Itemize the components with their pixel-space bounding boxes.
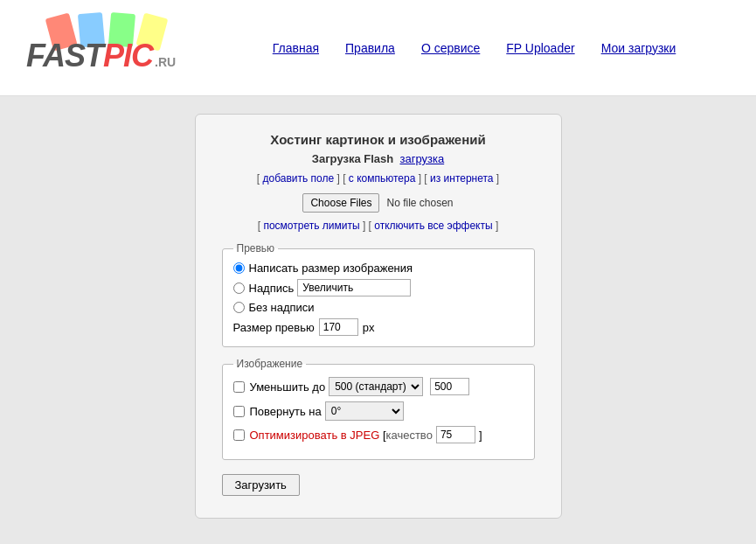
panel-title: Хостинг картинок и изображений [222,132,535,147]
resize-select[interactable]: 500 (стандарт) 800 1024 1280 2000 Оригин… [329,377,423,396]
logo-ru: .RU [155,55,176,69]
add-field-link[interactable]: добавить поле [262,172,334,185]
resize-input[interactable] [430,378,469,395]
from-computer-link[interactable]: с компьютера [349,172,416,185]
rotate-label: Повернуть на [250,405,322,418]
resize-label: Уменьшить до [250,380,326,394]
radio-row-1: Написать размер изображения [233,262,524,275]
file-chooser-row: Choose Files No file chosen [222,193,535,213]
preview-section: Превью Написать размер изображения Надпи… [222,242,535,347]
size-unit: px [363,321,375,334]
main-content: Хостинг картинок и изображений Загрузка … [0,96,756,536]
size-row: Размер превью px [233,318,524,336]
resize-row: Уменьшить до 500 (стандарт) 800 1024 128… [233,377,524,396]
upload-type-link[interactable]: загрузка [399,152,444,165]
quality-label: качество [386,429,433,442]
header: FAST PIC .RU Главная Правила О сервисе F… [0,0,756,96]
logo-text: FAST PIC .RU [26,38,176,74]
radio-row-2: Надпись [233,279,524,296]
limits-link[interactable]: посмотреть лимиты [263,220,359,232]
nav-home[interactable]: Главная [273,41,319,55]
resize-checkbox[interactable] [233,381,245,393]
radio-size-label: Написать размер изображения [249,262,413,275]
rotate-row: Повернуть на 0° 90° 180° 270° [233,401,524,421]
upload-type-prefix: Загрузка [312,152,361,165]
optimize-label: Оптимизировать в JPEG [250,429,380,442]
submit-button[interactable]: Загрузить [222,474,300,496]
logo-area: FAST PIC .RU [26,11,201,84]
nav-uploader[interactable]: FP Uploader [506,41,574,55]
image-legend: Изображение [233,358,307,370]
main-nav: Главная Правила О сервисе FP Uploader Мо… [201,41,730,55]
no-file-label: No file chosen [386,197,453,209]
radio-none-label: Без надписи [249,301,315,314]
limits-row: [ посмотреть лимиты ] [ отключить все эф… [222,220,535,232]
radio-text[interactable] [233,282,245,294]
optimize-row: Оптимизировать в JPEG [ качество ] [233,426,524,443]
choose-files-button[interactable]: Choose Files [302,193,379,213]
radio-none[interactable] [233,302,245,313]
rotate-select[interactable]: 0° 90° 180° 270° [325,401,404,421]
upload-panel: Хостинг картинок и изображений Загрузка … [195,114,562,519]
from-internet-link[interactable]: из интернета [430,172,494,185]
nav-rules[interactable]: Правила [345,41,395,55]
rotate-checkbox[interactable] [233,406,245,417]
image-section: Изображение Уменьшить до 500 (стандарт) … [222,358,535,460]
optimize-checkbox[interactable] [233,429,245,441]
quality-input[interactable] [436,426,475,443]
upload-type-row: Загрузка Flash загрузка [222,152,535,165]
nav-myuploads[interactable]: Мои загрузки [601,41,676,55]
logo-fast: FAST [26,38,103,74]
preview-legend: Превью [233,242,279,255]
size-label: Размер превью [233,321,315,334]
logo-pic: PIC [103,38,153,74]
radio-row-3: Без надписи [233,301,524,314]
disable-effects-link[interactable]: отключить все эффекты [374,220,492,232]
radio-text-label: Надпись [249,282,295,295]
upload-links-row: [ добавить поле ] [ с компьютера ] [ из … [222,172,535,185]
nav-about[interactable]: О сервисе [421,41,480,55]
upload-type-flash: Flash [364,152,393,165]
radio-size[interactable] [233,262,245,274]
nadpis-input[interactable] [297,279,411,296]
logo-box: FAST PIC .RU [26,11,175,81]
size-input[interactable] [319,318,358,336]
